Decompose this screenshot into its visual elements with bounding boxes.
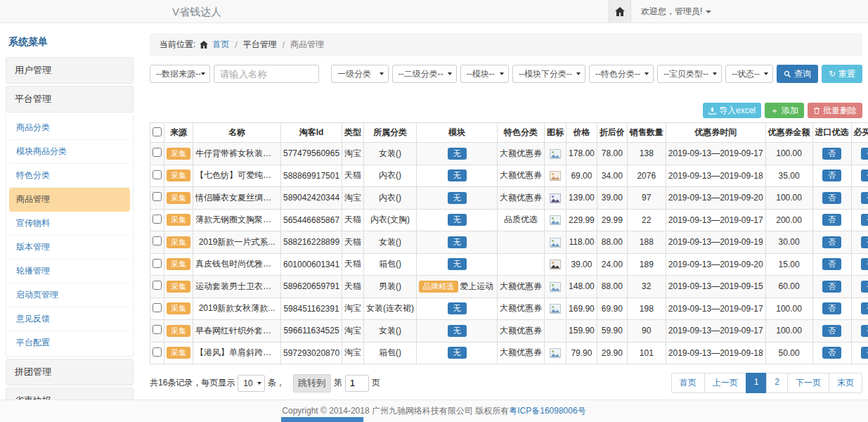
module-none-badge[interactable]: 无 [448, 347, 467, 359]
row-checkbox[interactable] [153, 148, 162, 157]
source-badge: 采集 [167, 236, 190, 248]
discount-price: 29.90 [597, 342, 627, 364]
module-none-badge[interactable]: 无 [448, 170, 467, 181]
sidebar-item-platform-config[interactable]: 平台配置 [9, 331, 130, 354]
module-none-badge[interactable]: 无 [448, 302, 467, 314]
batch-delete-button[interactable]: 批量删除 [808, 103, 862, 118]
icp-link[interactable]: 粤ICP备16098006号 [509, 405, 585, 417]
must-buy-toggle[interactable]: 否 [861, 214, 868, 226]
import-toggle[interactable]: 否 [822, 258, 841, 270]
import-toggle[interactable]: 否 [822, 214, 841, 226]
row-checkbox[interactable] [153, 170, 162, 179]
sidebar-item-platform-mgmt[interactable]: 平台管理 [6, 86, 134, 113]
must-buy-toggle[interactable]: 否 [861, 325, 868, 337]
must-buy-toggle[interactable]: 否 [861, 236, 868, 248]
table-row: 采集 情侣睡衣女夏丝绸男士... 589042420344 淘宝 内衣() 无 … [150, 187, 868, 210]
must-buy-toggle[interactable]: 否 [861, 281, 868, 293]
next-page-button[interactable]: 下一页 [787, 373, 829, 393]
sidebar-item-group-buy-mgmt[interactable]: 拼团管理 [6, 359, 134, 385]
import-toggle[interactable]: 否 [822, 148, 841, 160]
jump-button[interactable]: 跳转到 [293, 374, 331, 392]
select-all-checkbox[interactable] [153, 127, 162, 136]
page-1-button[interactable]: 1 [746, 373, 767, 393]
row-checkbox[interactable] [153, 215, 162, 224]
import-toggle[interactable]: 否 [822, 170, 841, 181]
import-toggle[interactable]: 否 [822, 347, 841, 359]
import-toggle[interactable]: 否 [822, 192, 841, 204]
sidebar-item-splash-mgmt[interactable]: 启动页管理 [9, 283, 130, 307]
prev-page-button[interactable]: 上一页 [704, 373, 746, 393]
module-sub-select[interactable]: --模块下分类-- [512, 65, 585, 83]
feature-category-select[interactable]: --特色分类-- [589, 65, 654, 83]
first-page-button[interactable]: 首页 [671, 373, 705, 393]
row-checkbox[interactable] [153, 281, 162, 290]
user-menu[interactable]: 欢迎您，管理员! [631, 0, 721, 23]
copyright-text: Copyright © 2014-2018 广州九驰网络科技有限公司 版权所有 [282, 405, 509, 417]
per-page-select[interactable]: 10 [238, 375, 264, 392]
bottom-edge-artifact [281, 417, 363, 422]
price: 229.99 [566, 209, 597, 231]
sidebar-item-goods-category[interactable]: 商品分类 [9, 116, 130, 140]
import-toggle[interactable]: 否 [822, 236, 841, 248]
data-source-select[interactable]: --数据来源-- [150, 65, 210, 83]
price: 178.00 [566, 143, 597, 165]
import-toggle[interactable]: 否 [822, 325, 841, 337]
must-buy-toggle[interactable]: 否 [861, 347, 868, 359]
source-badge: 采集 [167, 347, 190, 359]
module-none-badge[interactable]: 无 [448, 236, 467, 248]
chevron-down-icon [257, 382, 261, 385]
sidebar-item-version-mgmt[interactable]: 版本管理 [9, 236, 130, 260]
home-button[interactable] [609, 0, 631, 23]
row-checkbox[interactable] [153, 236, 162, 245]
reset-button[interactable]: ↻ 重置 [822, 65, 862, 83]
row-checkbox[interactable] [153, 303, 162, 312]
add-button[interactable]: ＋ 添加 [765, 103, 804, 118]
module-none-badge[interactable]: 无 [448, 325, 467, 337]
module-none-badge[interactable]: 无 [448, 192, 467, 204]
must-buy-toggle[interactable]: 否 [861, 302, 868, 314]
sidebar: 系统菜单 用户管理 平台管理 商品分类 模块商品分类 特色分类 商品管理 宣传物… [6, 29, 134, 422]
coupon-time: 2019-09-13—2019-09-15 [666, 276, 765, 298]
sidebar-item-goods-mgmt-active[interactable]: 商品管理 [9, 188, 130, 212]
last-page-button[interactable]: 末页 [829, 373, 862, 393]
page-2-button[interactable]: 2 [766, 373, 788, 393]
module-none-badge[interactable]: 无 [448, 214, 467, 226]
goods-thumbnail-icon [550, 238, 561, 248]
name-search-input[interactable] [214, 65, 319, 83]
row-checkbox[interactable] [153, 347, 162, 357]
feature-category: 大额优惠券 [498, 276, 545, 298]
search-button[interactable]: 查询 [777, 65, 818, 83]
sidebar-item-feedback[interactable]: 意见反馈 [9, 307, 130, 331]
sidebar-item-module-goods-category[interactable]: 模块商品分类 [9, 140, 130, 164]
source-badge: 采集 [167, 258, 190, 270]
status-select[interactable]: --状态-- [725, 65, 773, 83]
row-checkbox[interactable] [153, 325, 162, 334]
page-number-input[interactable] [345, 375, 369, 392]
sidebar-item-user-mgmt[interactable]: 用户管理 [6, 57, 134, 84]
import-excel-button[interactable]: 导入excel [703, 103, 761, 118]
must-buy-toggle[interactable]: 否 [861, 192, 868, 204]
goods-name: 牛仔背带裤女秋装减龄... [195, 148, 278, 160]
sales-count: 2076 [627, 165, 666, 187]
module-none-badge[interactable]: 无 [448, 148, 467, 160]
breadcrumb: 当前位置: 首页 / 平台管理 / 商品管理 [150, 33, 862, 56]
row-checkbox[interactable] [153, 259, 162, 268]
module-none-badge[interactable]: 无 [448, 258, 467, 270]
goods-table: 来源 名称 淘客Id 类型 所属分类 模块 特色分类 图标 价格 折后价 销售数… [150, 122, 868, 364]
category-level2-select[interactable]: --二级分类-- [392, 65, 457, 83]
sidebar-item-carousel-mgmt[interactable]: 轮播管理 [9, 260, 130, 283]
sidebar-item-feature-category[interactable]: 特色分类 [9, 164, 130, 188]
item-type-select[interactable]: --宝贝类型-- [657, 65, 722, 83]
must-buy-toggle[interactable]: 否 [861, 148, 868, 160]
row-checkbox[interactable] [153, 192, 162, 201]
import-toggle[interactable]: 否 [822, 302, 841, 314]
must-buy-toggle[interactable]: 否 [861, 258, 868, 270]
goods-thumbnail-icon [550, 149, 561, 159]
col-price: 价格 [566, 123, 597, 143]
import-toggle[interactable]: 否 [822, 281, 841, 293]
must-buy-toggle[interactable]: 否 [861, 170, 868, 181]
category-level1-select[interactable]: 一级分类 [331, 65, 389, 83]
breadcrumb-home-link[interactable]: 首页 [212, 39, 229, 51]
module-select[interactable]: --模块-- [460, 65, 509, 83]
sidebar-item-promo-material[interactable]: 宣传物料 [9, 212, 130, 236]
